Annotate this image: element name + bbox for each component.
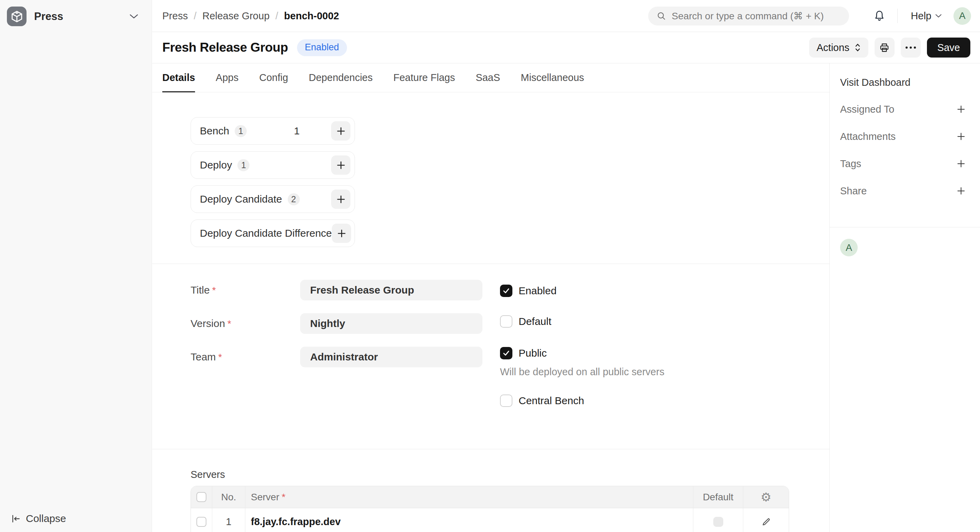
breadcrumb: Press / Release Group / bench-0002 — [162, 10, 339, 22]
tab-dependencies[interactable]: Dependencies — [309, 64, 372, 92]
document-body: Details Apps Config Dependencies Feature… — [152, 64, 980, 532]
printer-icon — [879, 42, 890, 53]
user-avatar[interactable]: A — [953, 7, 971, 25]
version-field[interactable]: Nightly — [300, 313, 482, 334]
default-checkbox[interactable] — [500, 315, 512, 328]
select-all-checkbox[interactable] — [196, 492, 207, 502]
enabled-checkbox[interactable] — [500, 284, 512, 297]
servers-section-label: Servers — [191, 469, 829, 480]
required-asterisk — [210, 284, 216, 295]
breadcrumb-release-group[interactable]: Release Group — [202, 10, 269, 22]
help-menu-button[interactable]: Help — [911, 10, 942, 22]
print-button[interactable] — [875, 38, 894, 57]
top-navbar: Press / Release Group / bench-0002 Searc… — [152, 0, 980, 32]
check-icon — [502, 397, 510, 405]
add-tag-button[interactable] — [956, 159, 966, 169]
check-icon — [502, 318, 510, 326]
tags-label: Tags — [840, 158, 861, 170]
link-count-badge: 1 — [235, 125, 247, 137]
add-deploy-candidate-difference-button[interactable] — [332, 224, 351, 243]
enabled-checkbox-row[interactable]: Enabled — [500, 284, 664, 297]
servers-table: No. Server Default ⚙ 1 f8.jay.fc.frappe.… — [191, 486, 789, 532]
notifications-button[interactable] — [873, 9, 886, 22]
share-label: Share — [840, 185, 867, 197]
help-label: Help — [911, 10, 931, 22]
plus-icon — [336, 194, 346, 204]
required-asterisk — [216, 351, 222, 362]
app-window: Press Collapse Press / Release Group / b… — [0, 0, 980, 532]
add-deploy-candidate-button[interactable] — [331, 189, 350, 209]
title-field[interactable]: Fresh Release Group — [300, 280, 482, 300]
default-checkbox-row[interactable]: Default — [500, 315, 664, 328]
collapse-sidebar-button[interactable]: Collapse — [10, 513, 66, 524]
more-menu-button[interactable] — [901, 38, 921, 57]
field-label: Team — [191, 351, 300, 363]
press-app-logo-icon — [7, 6, 27, 26]
breadcrumb-press[interactable]: Press — [162, 10, 188, 22]
required-asterisk — [279, 492, 285, 503]
link-card-deploy-candidate[interactable]: Deploy Candidate 2 — [191, 185, 355, 213]
breadcrumb-separator: / — [194, 10, 196, 22]
public-checkbox[interactable] — [500, 347, 512, 359]
assigned-to-label: Assigned To — [840, 104, 894, 115]
servers-section: Servers No. Server Default ⚙ 1 f8.ja — [152, 449, 829, 532]
tab-details[interactable]: Details — [162, 64, 195, 92]
plus-icon — [956, 104, 966, 114]
tab-feature-flags[interactable]: Feature Flags — [393, 64, 455, 92]
link-card-bench[interactable]: Bench 1 1 — [191, 117, 355, 145]
link-card-deploy[interactable]: Deploy 1 — [191, 151, 355, 179]
row-select-checkbox[interactable] — [196, 517, 207, 527]
document-header: Fresh Release Group Enabled Actions — [152, 32, 980, 64]
central-bench-checkbox-row[interactable]: Central Bench — [500, 394, 664, 407]
linked-documents-section: Bench 1 1 Deploy 1 — [152, 92, 829, 264]
field-label: Title — [191, 284, 300, 296]
actions-button[interactable]: Actions — [809, 38, 869, 57]
checkbox-label: Central Bench — [519, 395, 584, 407]
add-attachment-button[interactable] — [956, 131, 966, 141]
column-header-server: Server — [245, 486, 693, 508]
breadcrumb-separator: / — [275, 10, 278, 22]
check-icon — [502, 349, 510, 357]
required-asterisk — [225, 318, 231, 329]
team-field[interactable]: Administrator — [300, 347, 482, 367]
chevron-up-down-icon — [854, 43, 861, 52]
server-cell[interactable]: f8.jay.fc.frappe.dev — [251, 516, 341, 527]
share-row: Share — [840, 185, 966, 197]
field-row-version: Version Nightly — [191, 313, 482, 334]
default-cell-checkbox[interactable] — [713, 517, 723, 527]
viewer-avatar[interactable]: A — [840, 239, 858, 256]
row-number: 1 — [212, 508, 245, 532]
add-share-button[interactable] — [956, 186, 966, 196]
public-checkbox-row[interactable]: Public — [500, 347, 664, 359]
form-fields-section: Title Fresh Release Group Version Nightl… — [152, 264, 829, 449]
central-bench-checkbox[interactable] — [500, 394, 512, 407]
add-bench-button[interactable] — [331, 121, 350, 141]
topbar-divider — [897, 9, 898, 23]
grid-settings-gear-icon[interactable]: ⚙ — [760, 491, 771, 503]
checkbox-label: Default — [519, 316, 551, 327]
tab-miscellaneous[interactable]: Miscellaneous — [521, 64, 584, 92]
servers-table-header: No. Server Default ⚙ — [191, 486, 789, 508]
edit-row-pencil-icon[interactable] — [761, 517, 771, 527]
link-card-deploy-candidate-difference[interactable]: Deploy Candidate Difference — [191, 219, 355, 247]
tab-bar: Details Apps Config Dependencies Feature… — [152, 64, 829, 92]
workspace-name: Press — [34, 10, 63, 23]
attachments-row: Attachments — [840, 130, 966, 142]
checkbox-label: Public — [519, 347, 547, 359]
ellipsis-icon — [905, 46, 916, 49]
breadcrumb-current-doc: bench-0002 — [284, 10, 339, 22]
add-assignment-button[interactable] — [956, 104, 966, 114]
tab-saas[interactable]: SaaS — [476, 64, 500, 92]
plus-icon — [337, 229, 347, 238]
tab-config[interactable]: Config — [259, 64, 288, 92]
add-deploy-button[interactable] — [331, 156, 350, 175]
table-row: 1 f8.jay.fc.frappe.dev — [191, 508, 789, 532]
chevron-down-icon — [935, 14, 942, 18]
tab-apps[interactable]: Apps — [216, 64, 239, 92]
visit-dashboard-link[interactable]: Visit Dashboard — [840, 77, 966, 88]
save-button[interactable]: Save — [927, 38, 970, 57]
page-title: Fresh Release Group — [162, 40, 288, 55]
search-input[interactable]: Search or type a command (⌘ + K) — [648, 6, 849, 25]
link-label: Deploy — [200, 159, 232, 171]
workspace-switcher[interactable]: Press — [0, 0, 152, 33]
